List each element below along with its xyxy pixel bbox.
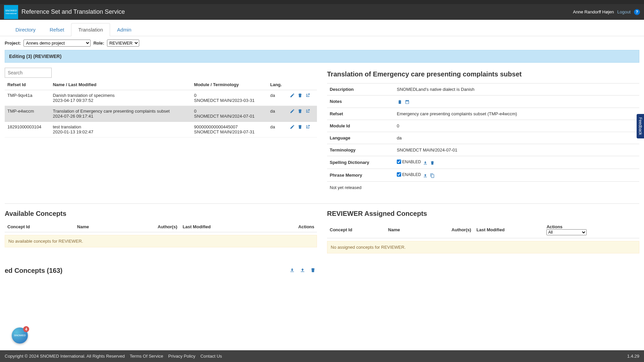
tab-refset[interactable]: Refset bbox=[43, 23, 71, 36]
open-icon[interactable] bbox=[305, 124, 310, 130]
role-select[interactable]: REVIEWER bbox=[107, 40, 139, 47]
project-role-controls: Project: Annes demo project Role: REVIEW… bbox=[0, 36, 644, 50]
delete-icon[interactable] bbox=[298, 109, 303, 115]
edit-icon[interactable] bbox=[290, 109, 295, 115]
app-title: Reference Set and Translation Service bbox=[21, 8, 125, 15]
editing-banner: Editing (3) (REVIEWER) bbox=[5, 50, 639, 63]
download-icon[interactable] bbox=[423, 161, 428, 165]
delete-icon[interactable] bbox=[430, 161, 435, 165]
tab-admin[interactable]: Admin bbox=[110, 23, 139, 36]
current-user: Anne Randorff Højen bbox=[573, 9, 614, 14]
actions-filter-select[interactable]: All bbox=[546, 229, 587, 235]
open-icon[interactable] bbox=[305, 93, 310, 99]
phrase-enabled-toggle[interactable]: ENABLED bbox=[397, 172, 421, 177]
available-title: Available Concepts bbox=[5, 210, 317, 218]
table-row[interactable]: TMP-9qv41a Danish translation of specime… bbox=[5, 90, 317, 106]
search-input[interactable] bbox=[5, 68, 52, 78]
upload-icon[interactable] bbox=[300, 267, 305, 274]
app-header: SNOMED International Reference Set and T… bbox=[0, 4, 644, 20]
copy-icon[interactable] bbox=[430, 173, 435, 178]
delete-icon[interactable] bbox=[310, 267, 316, 274]
detail-title: Translation of Emergency care presenting… bbox=[327, 68, 639, 78]
col-refset-id: Refset Id bbox=[5, 79, 50, 90]
assigned-table: Concept Id Name Author(s) Last Modified … bbox=[327, 222, 639, 238]
download-icon[interactable] bbox=[289, 267, 295, 274]
finished-title: ed Concepts (163) bbox=[5, 267, 62, 275]
tab-directory[interactable]: Directory bbox=[8, 23, 43, 36]
edit-icon[interactable] bbox=[290, 124, 295, 130]
delete-icon[interactable] bbox=[298, 124, 303, 130]
upload-icon[interactable] bbox=[423, 173, 428, 178]
translations-table: Refset Id Name / Last Modified Module / … bbox=[5, 79, 317, 137]
available-table: Concept Id Name Author(s) Last Modified … bbox=[5, 222, 317, 232]
project-select[interactable]: Annes demo project bbox=[23, 40, 91, 47]
tab-translation[interactable]: Translation bbox=[71, 23, 110, 36]
calendar-icon[interactable] bbox=[405, 100, 410, 104]
table-row[interactable]: TMP-e4wccm Translation of Emergency care… bbox=[5, 106, 317, 122]
col-module: Module / Terminology bbox=[192, 79, 268, 90]
browser-toolbar bbox=[0, 0, 644, 4]
logo-text-1: SNOMED bbox=[5, 9, 17, 12]
col-name: Name / Last Modified bbox=[50, 79, 191, 90]
delete-icon[interactable] bbox=[298, 93, 303, 99]
help-icon[interactable]: ? bbox=[634, 9, 640, 15]
table-row[interactable]: 18291000003104 test translation 2020-01-… bbox=[5, 122, 317, 137]
detail-table: DescriptionSNOMEDLand's native dialect i… bbox=[327, 83, 639, 193]
role-label: Role: bbox=[93, 41, 104, 46]
assigned-empty: No assigned concepts for REVIEWER. bbox=[327, 241, 639, 253]
open-icon[interactable] bbox=[305, 109, 310, 115]
main-tabs: Directory Refset Translation Admin bbox=[0, 20, 644, 36]
project-label: Project: bbox=[5, 41, 21, 46]
col-lang: Lang. bbox=[267, 79, 287, 90]
clipboard-icon[interactable] bbox=[397, 100, 402, 104]
spelling-enabled-toggle[interactable]: ENABLED bbox=[397, 160, 421, 164]
available-empty: No available concepts for REVIEWER. bbox=[5, 235, 317, 247]
feedback-tab[interactable]: Feedback bbox=[637, 114, 644, 138]
snomed-logo: SNOMED International bbox=[4, 5, 18, 19]
logo-text-2: International bbox=[5, 12, 16, 15]
assigned-title: REVIEWER Assigned Concepts bbox=[327, 210, 639, 218]
edit-icon[interactable] bbox=[290, 93, 295, 99]
logout-link[interactable]: Logout bbox=[617, 9, 631, 14]
